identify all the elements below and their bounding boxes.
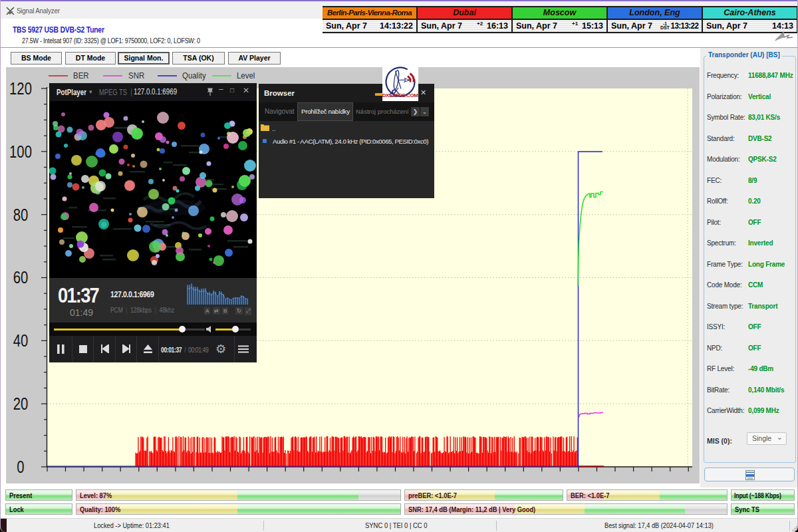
svg-text:DXSATCS.COM: DXSATCS.COM bbox=[382, 92, 418, 98]
